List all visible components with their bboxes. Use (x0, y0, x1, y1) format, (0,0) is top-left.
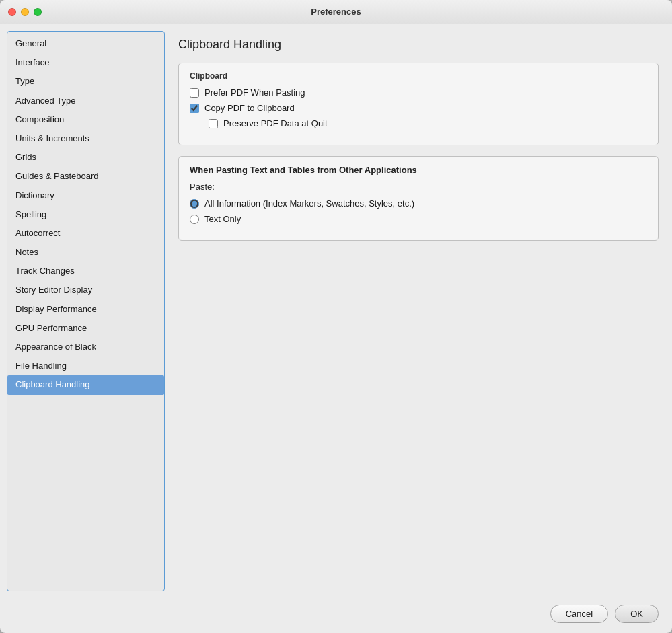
prefer-pdf-checkbox[interactable] (190, 88, 199, 98)
close-button[interactable] (8, 8, 16, 16)
preserve-pdf-checkbox[interactable] (209, 119, 218, 128)
window-content: GeneralInterfaceTypeAdvanced TypeComposi… (0, 24, 672, 598)
sidebar-item-notes[interactable]: Notes (7, 243, 164, 262)
minimize-button[interactable] (21, 8, 29, 16)
sidebar-item-type[interactable]: Type (7, 72, 164, 91)
sidebar-item-dictionary[interactable]: Dictionary (7, 186, 164, 205)
paste-all-row: All Information (Index Markers, Swatches… (190, 198, 647, 209)
paste-section: When Pasting Text and Tables from Other … (178, 156, 659, 241)
sidebar-item-interface[interactable]: Interface (7, 53, 164, 72)
clipboard-section-label: Clipboard (190, 71, 647, 81)
copy-pdf-label[interactable]: Copy PDF to Clipboard (204, 103, 295, 113)
main-panel: Clipboard Handling Clipboard Prefer PDF … (165, 24, 672, 598)
sidebar-item-gpu-performance[interactable]: GPU Performance (7, 319, 164, 338)
sidebar: GeneralInterfaceTypeAdvanced TypeComposi… (7, 31, 165, 591)
cancel-button[interactable]: Cancel (550, 605, 608, 623)
sidebar-item-track-changes[interactable]: Track Changes (7, 262, 164, 281)
copy-pdf-row: Copy PDF to Clipboard (190, 103, 647, 113)
paste-label: Paste: (190, 182, 647, 192)
paste-text-row: Text Only (190, 214, 647, 224)
sidebar-item-display-performance[interactable]: Display Performance (7, 300, 164, 319)
sidebar-item-clipboard-handling[interactable]: Clipboard Handling (7, 375, 164, 394)
sidebar-item-appearance-of-black[interactable]: Appearance of Black (7, 338, 164, 357)
sidebar-item-advanced-type[interactable]: Advanced Type (7, 91, 164, 110)
sidebar-item-autocorrect[interactable]: Autocorrect (7, 224, 164, 243)
copy-pdf-checkbox[interactable] (190, 104, 199, 113)
sidebar-item-grids[interactable]: Grids (7, 148, 164, 167)
footer: Cancel OK (0, 598, 672, 633)
paste-all-label[interactable]: All Information (Index Markers, Swatches… (204, 198, 414, 209)
zoom-button[interactable] (34, 8, 42, 16)
paste-all-radio[interactable] (190, 199, 199, 209)
prefer-pdf-label[interactable]: Prefer PDF When Pasting (204, 87, 305, 98)
sidebar-item-file-handling[interactable]: File Handling (7, 357, 164, 375)
sidebar-item-story-editor-display[interactable]: Story Editor Display (7, 281, 164, 299)
paste-section-title: When Pasting Text and Tables from Other … (190, 165, 647, 175)
window-title: Preferences (311, 7, 361, 17)
paste-text-radio[interactable] (190, 215, 199, 224)
sidebar-item-general[interactable]: General (7, 34, 164, 53)
panel-title: Clipboard Handling (178, 38, 659, 52)
paste-text-label[interactable]: Text Only (204, 214, 241, 224)
preserve-pdf-label[interactable]: Preserve PDF Data at Quit (223, 118, 328, 128)
titlebar: Preferences (0, 0, 672, 24)
window-controls (8, 8, 42, 16)
sidebar-item-composition[interactable]: Composition (7, 110, 164, 129)
prefer-pdf-row: Prefer PDF When Pasting (190, 87, 647, 98)
sidebar-item-guides-pasteboard[interactable]: Guides & Pasteboard (7, 167, 164, 186)
preserve-pdf-row: Preserve PDF Data at Quit (190, 118, 647, 128)
preferences-window: Preferences GeneralInterfaceTypeAdvanced… (0, 0, 672, 633)
ok-button[interactable]: OK (615, 605, 659, 623)
clipboard-section: Clipboard Prefer PDF When Pasting Copy P… (178, 63, 659, 145)
sidebar-item-units-increments[interactable]: Units & Increments (7, 129, 164, 148)
sidebar-item-spelling[interactable]: Spelling (7, 205, 164, 224)
